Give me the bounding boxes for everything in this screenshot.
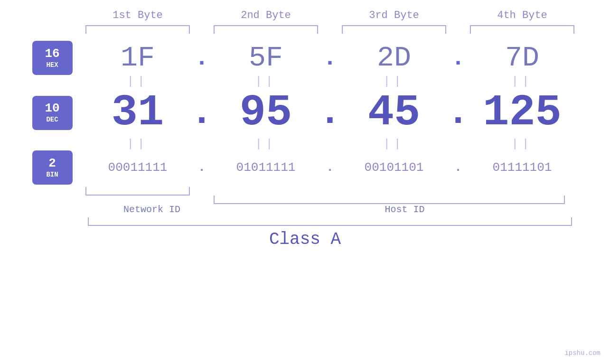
eq-1: || <box>85 75 190 88</box>
dot-bin-1: . <box>190 160 214 175</box>
main-container: 1st Byte 2nd Byte 3rd Byte 4th Byte 16 H… <box>0 0 610 364</box>
dot-bin-3: . <box>446 160 470 175</box>
byte4-header: 4th Byte <box>470 9 574 21</box>
dec-badge-label: DEC <box>46 116 58 123</box>
host-bracket <box>214 196 565 204</box>
bracket-2 <box>214 25 318 34</box>
dec-val-4: 125 <box>470 88 574 138</box>
bin-badge-label: BIN <box>46 171 58 178</box>
dec-row: 10 DEC 31 . 95 . 45 . 125 <box>19 88 591 138</box>
dot-2: . <box>318 45 342 72</box>
dot-dec-1: . <box>190 91 214 134</box>
hex-val-3: 2D <box>342 42 446 74</box>
hex-badge-label: HEX <box>46 61 58 69</box>
equals-row-1: || || || || <box>85 75 591 88</box>
bottom-brackets <box>85 187 591 196</box>
network-bracket <box>85 187 190 196</box>
eq2-2: || <box>214 138 318 150</box>
byte1-header: 1st Byte <box>85 9 190 21</box>
top-brackets <box>85 25 591 34</box>
bin-val-1: 00011111 <box>85 160 190 175</box>
hex-badge-number: 16 <box>45 47 59 60</box>
equals-row-2: || || || || <box>85 138 591 150</box>
dot-1: . <box>190 45 214 72</box>
host-id-label: Host ID <box>218 204 591 215</box>
bin-val-2: 01011111 <box>214 160 318 175</box>
eq2-1: || <box>85 138 190 150</box>
dot-bin-2: . <box>318 160 342 175</box>
hex-val-1: 1F <box>85 42 190 74</box>
dot-dec-3: . <box>446 91 470 134</box>
eq2-3: || <box>342 138 446 150</box>
network-host-labels: Network ID Host ID <box>85 204 591 215</box>
hex-badge: 16 HEX <box>32 41 73 75</box>
dec-badge-number: 10 <box>45 102 59 114</box>
dec-badge: 10 DEC <box>32 96 73 130</box>
eq-4: || <box>470 75 574 88</box>
byte2-header: 2nd Byte <box>214 9 318 21</box>
bracket-3 <box>342 25 446 34</box>
hex-val-4: 7D <box>470 42 574 74</box>
dec-val-3: 45 <box>342 88 446 138</box>
eq-2: || <box>214 75 318 88</box>
dot-dec-2: . <box>318 91 342 134</box>
watermark: ipshu.com <box>564 349 601 357</box>
class-bracket <box>88 217 572 226</box>
class-label: Class A <box>19 230 591 249</box>
network-id-label: Network ID <box>85 204 218 215</box>
bracket-1 <box>85 25 190 34</box>
bin-badge-number: 2 <box>48 157 56 169</box>
bin-val-4: 01111101 <box>470 160 574 175</box>
dec-val-1: 31 <box>85 88 190 138</box>
dec-val-2: 95 <box>214 88 318 138</box>
hex-val-2: 5F <box>214 42 318 74</box>
bin-row: 2 BIN 00011111 . 01011111 . 00101101 . 0… <box>19 150 591 185</box>
bin-val-3: 00101101 <box>342 160 446 175</box>
dot-3: . <box>446 45 470 72</box>
bin-badge: 2 BIN <box>32 150 73 185</box>
hex-row: 16 HEX 1F . 5F . 2D . 7D <box>19 41 591 75</box>
byte-headers-row: 1st Byte 2nd Byte 3rd Byte 4th Byte <box>85 9 591 21</box>
eq-3: || <box>342 75 446 88</box>
bracket-4 <box>470 25 574 34</box>
eq2-4: || <box>470 138 574 150</box>
byte3-header: 3rd Byte <box>342 9 446 21</box>
host-bracket-row <box>85 196 591 204</box>
